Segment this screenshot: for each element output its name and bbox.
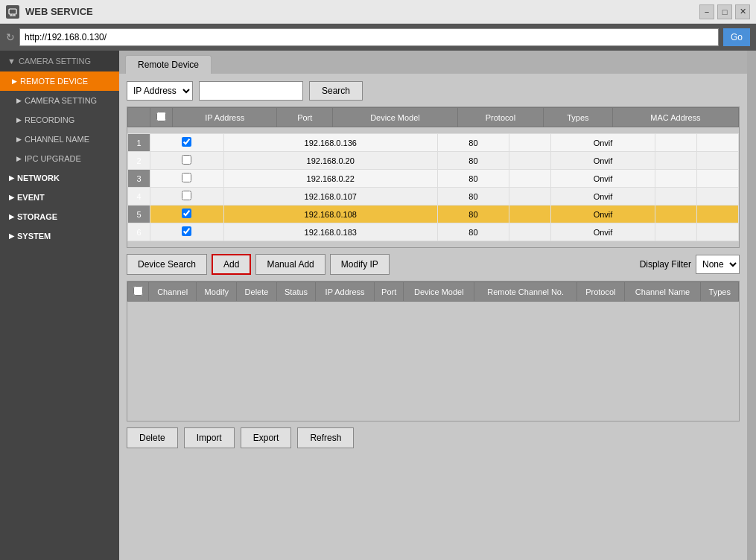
row-model <box>509 134 550 152</box>
table-row[interactable]: 6 192.168.0.183 80 Onvif <box>128 223 739 241</box>
row-mac <box>697 152 739 170</box>
manual-add-button[interactable]: Manual Add <box>255 254 325 275</box>
content-area: Remote Device IP Address Search <box>119 51 747 560</box>
select-all-checkbox[interactable] <box>156 112 166 121</box>
export-button[interactable]: Export <box>241 427 292 448</box>
row-types <box>655 188 697 206</box>
sidebar-header-arrow: ▼ <box>7 57 16 66</box>
sidebar-item-label: SYSTEM <box>17 232 51 241</box>
add-button[interactable]: Add <box>212 254 251 275</box>
app-title: WEB SERVICE <box>25 6 93 17</box>
row-checkbox-cell <box>150 223 224 241</box>
sidebar-item-label: STORAGE <box>17 212 57 221</box>
sidebar-item-storage[interactable]: ▶ STORAGE <box>0 207 119 226</box>
sidebar: ▼ CAMERA SETTING ▶ REMOTE DEVICE ▶ CAMER… <box>0 51 119 560</box>
row-protocol: Onvif <box>550 134 655 152</box>
sidebar-item-label: REMOTE DEVICE <box>20 77 88 86</box>
row-ip: 192.168.0.136 <box>223 134 437 152</box>
sidebar-item-network[interactable]: ▶ NETWORK <box>0 168 119 188</box>
row-number: 1 <box>128 134 150 152</box>
title-bar: WEB SERVICE − □ ✕ <box>0 0 756 24</box>
refresh-button[interactable]: Refresh <box>297 427 354 448</box>
row-mac <box>697 206 739 223</box>
filter-input[interactable] <box>199 81 303 101</box>
channel-select-all-checkbox[interactable] <box>133 286 143 296</box>
row-port: 80 <box>437 223 509 241</box>
row-checkbox[interactable] <box>182 226 191 236</box>
window-controls: − □ ✕ <box>699 4 750 19</box>
arrow-icon: ▶ <box>16 97 22 104</box>
col-ip: IP Address <box>173 108 277 127</box>
arrow-icon: ▶ <box>16 136 22 143</box>
row-checkbox[interactable] <box>182 209 191 218</box>
row-number: 6 <box>128 223 150 241</box>
sidebar-item-label: NETWORK <box>17 174 60 182</box>
arrow-icon: ▶ <box>9 213 14 220</box>
col-ch-model: Device Model <box>404 282 474 302</box>
sidebar-item-event[interactable]: ▶ EVENT <box>0 188 119 207</box>
row-port: 80 <box>437 170 509 188</box>
device-table-body: 1 192.168.0.136 80 Onvif 2 192.168.0.20 … <box>127 133 739 241</box>
col-ch-ip: IP Address <box>316 282 375 302</box>
row-mac <box>697 170 739 188</box>
filter-type-select[interactable]: IP Address <box>127 81 193 101</box>
row-protocol: Onvif <box>550 206 655 223</box>
row-types <box>655 152 697 170</box>
col-protocol: Protocol <box>457 108 543 127</box>
table-row[interactable]: 3 192.168.0.22 80 Onvif <box>128 170 739 188</box>
import-button[interactable]: Import <box>184 427 235 448</box>
device-search-button[interactable]: Device Search <box>127 254 207 275</box>
sidebar-item-channel-name[interactable]: ▶ CHANNEL NAME <box>0 130 119 149</box>
col-remote-ch: Remote Channel No. <box>474 282 577 302</box>
refresh-icon[interactable]: ↻ <box>6 31 15 43</box>
row-checkbox-cell <box>150 170 224 188</box>
main-layout: ▼ CAMERA SETTING ▶ REMOTE DEVICE ▶ CAMER… <box>0 51 756 560</box>
row-checkbox[interactable] <box>182 191 191 200</box>
search-button[interactable]: Search <box>309 81 363 101</box>
row-ip: 192.168.0.107 <box>223 188 437 206</box>
scrollbar-area <box>747 51 756 560</box>
row-checkbox[interactable] <box>182 137 191 147</box>
row-number: 5 <box>128 206 150 223</box>
row-checkbox-cell <box>150 152 224 170</box>
sidebar-item-camera-setting[interactable]: ▶ CAMERA SETTING <box>0 91 119 110</box>
tab-remote-device[interactable]: Remote Device <box>125 55 212 74</box>
table-row[interactable]: 5 192.168.0.108 80 Onvif <box>128 206 739 223</box>
table-row[interactable]: 1 192.168.0.136 80 Onvif <box>128 134 739 152</box>
row-number: 3 <box>128 170 150 188</box>
col-ch-checkbox <box>128 282 149 302</box>
row-port: 80 <box>437 134 509 152</box>
restore-button[interactable]: □ <box>717 4 732 19</box>
row-checkbox-cell <box>150 134 224 152</box>
sidebar-item-remote-device[interactable]: ▶ REMOTE DEVICE <box>0 71 119 91</box>
table-row[interactable]: 2 192.168.0.20 80 Onvif <box>128 152 739 170</box>
panel: IP Address Search IP Address Port Device… <box>119 74 747 456</box>
sidebar-item-recording[interactable]: ▶ RECORDING <box>0 110 119 130</box>
action-row: Device Search Add Manual Add Modify IP D… <box>127 254 740 275</box>
close-button[interactable]: ✕ <box>735 4 750 19</box>
row-checkbox[interactable] <box>182 155 191 165</box>
display-filter-select[interactable]: None <box>696 255 740 274</box>
sidebar-item-system[interactable]: ▶ SYSTEM <box>0 226 119 246</box>
display-filter-label: Display Filter <box>640 259 691 270</box>
delete-button[interactable]: Delete <box>127 427 178 448</box>
col-port: Port <box>277 108 333 127</box>
col-channel: Channel <box>149 282 197 302</box>
col-model: Device Model <box>333 108 458 127</box>
col-types: Types <box>543 108 612 127</box>
row-checkbox-cell <box>150 188 224 206</box>
modify-ip-button[interactable]: Modify IP <box>330 254 390 275</box>
table-row[interactable]: 4 192.168.0.107 80 Onvif <box>128 188 739 206</box>
row-checkbox[interactable] <box>182 173 191 182</box>
row-number: 4 <box>128 188 150 206</box>
col-num <box>128 108 150 127</box>
arrow-icon: ▶ <box>9 232 14 240</box>
row-ip: 192.168.0.20 <box>223 152 437 170</box>
device-table-scroll: 1 192.168.0.136 80 Onvif 2 192.168.0.20 … <box>127 133 739 247</box>
col-mac: MAC Address <box>612 108 738 127</box>
sidebar-item-ipc-upgrade[interactable]: ▶ IPC UPGRADE <box>0 149 119 168</box>
minimize-button[interactable]: − <box>699 4 714 19</box>
arrow-icon: ▶ <box>16 155 22 162</box>
address-input[interactable] <box>19 28 719 46</box>
go-button[interactable]: Go <box>723 28 750 46</box>
